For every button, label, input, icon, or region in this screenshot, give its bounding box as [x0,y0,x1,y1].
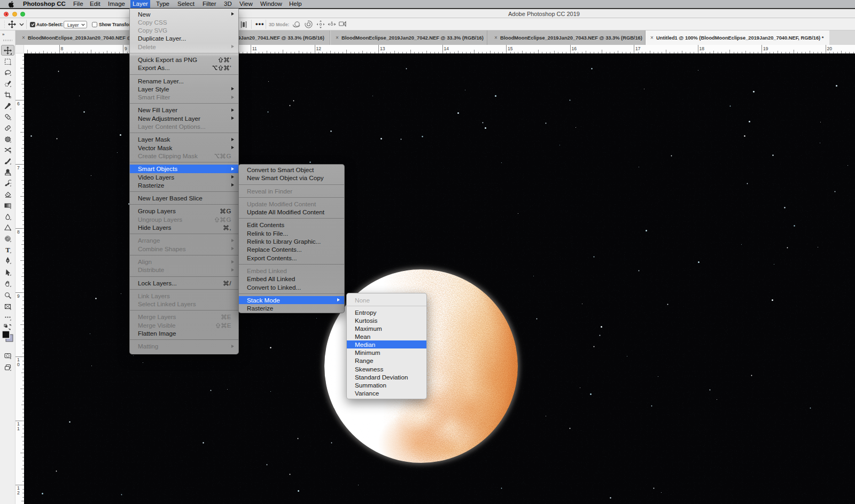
svg-text:T: T [5,246,10,253]
